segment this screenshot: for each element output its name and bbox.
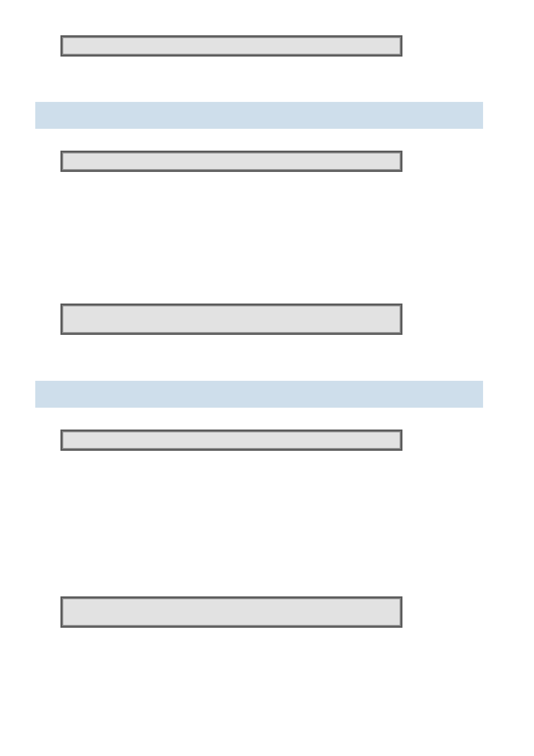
section-bar-2 — [35, 381, 483, 408]
input-box-1[interactable] — [60, 35, 402, 57]
input-box-4[interactable] — [60, 430, 402, 451]
input-box-2[interactable] — [60, 151, 402, 172]
input-box-5[interactable] — [60, 596, 402, 628]
input-box-3[interactable] — [60, 304, 402, 335]
section-bar-1 — [35, 102, 483, 129]
